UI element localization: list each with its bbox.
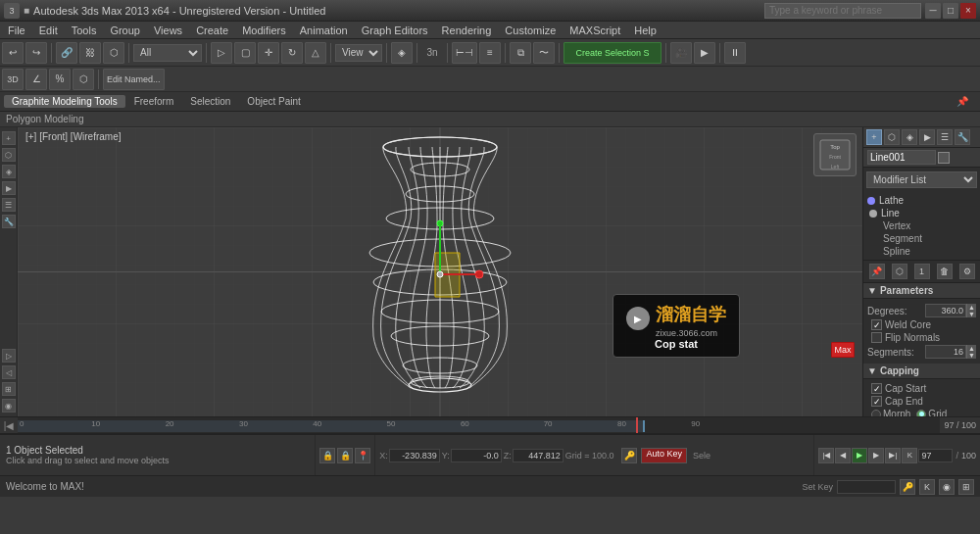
next-frame-btn[interactable]: ▶ <box>868 448 884 463</box>
max-button[interactable]: Max <box>831 342 855 358</box>
layer-btn[interactable]: ⧉ <box>510 42 531 64</box>
morph-option[interactable]: Morph <box>871 409 910 416</box>
menu-modifiers[interactable]: Modifiers <box>236 24 292 37</box>
remove-modifier-btn[interactable]: 🗑 <box>937 264 953 279</box>
segments-down-btn[interactable]: ▼ <box>966 352 976 359</box>
undo-btn[interactable]: ↩ <box>2 42 24 64</box>
modifier-vertex[interactable]: Vertex <box>867 219 976 232</box>
menu-graph-editors[interactable]: Graph Editors <box>356 24 434 37</box>
parameters-header[interactable]: ▼ Parameters <box>863 283 980 299</box>
menu-tools[interactable]: Tools <box>66 24 103 37</box>
coord-display-icon[interactable]: 📍 <box>355 448 370 463</box>
title-search-input[interactable] <box>764 3 921 19</box>
maximize-btn[interactable]: □ <box>943 3 958 19</box>
isolate-btn[interactable]: ◉ <box>939 479 955 495</box>
menu-views[interactable]: Views <box>148 24 188 37</box>
rp-display-tab[interactable]: ☰ <box>937 129 953 145</box>
play-btn[interactable]: ▶ <box>852 448 867 463</box>
st-object-paint[interactable]: Object Paint <box>239 95 308 108</box>
select-region-btn[interactable]: ▢ <box>234 42 256 64</box>
menu-animation[interactable]: Animation <box>294 24 354 37</box>
scale-btn[interactable]: △ <box>305 42 326 64</box>
ls-hier-btn[interactable]: ◈ <box>2 165 16 178</box>
menu-customize[interactable]: Customize <box>499 24 562 37</box>
x-input[interactable] <box>389 449 440 462</box>
key-filters-btn[interactable]: 🔑 <box>900 479 915 495</box>
y-input[interactable] <box>451 449 502 462</box>
rp-motion-tab[interactable]: ▶ <box>919 129 935 145</box>
segments-input[interactable] <box>925 345 966 359</box>
move-btn[interactable]: ✛ <box>258 42 279 64</box>
menu-maxscript[interactable]: MAXScript <box>564 24 626 37</box>
z-input[interactable] <box>513 449 564 462</box>
prev-frame-btn[interactable]: ◀ <box>835 448 851 463</box>
degrees-input[interactable] <box>925 304 966 317</box>
flip-normals-checkbox[interactable] <box>871 332 882 343</box>
minimize-btn[interactable]: ─ <box>925 3 941 19</box>
st-graphite[interactable]: Graphite Modeling Tools <box>4 95 125 108</box>
viewport-select[interactable]: View Screen World <box>335 44 382 62</box>
segments-up-btn[interactable]: ▲ <box>966 345 976 352</box>
redo-btn[interactable]: ↪ <box>25 42 47 64</box>
menu-group[interactable]: Group <box>104 24 146 37</box>
cop-stat-play-btn[interactable]: ▶ <box>626 307 650 330</box>
st-freeform[interactable]: Freeform <box>126 95 182 108</box>
mirror-btn[interactable]: ⊢⊣ <box>452 42 477 64</box>
key-filter-input[interactable] <box>837 480 896 494</box>
cap-end-checkbox[interactable] <box>871 396 882 407</box>
object-name-input[interactable] <box>867 150 936 165</box>
ls-util-btn[interactable]: 🔧 <box>2 215 16 228</box>
tl-go-start-btn[interactable]: |◀ <box>0 420 18 431</box>
use-pivot-btn[interactable]: ◈ <box>391 42 413 64</box>
degrees-up-btn[interactable]: ▲ <box>966 304 976 311</box>
modifier-segment[interactable]: Segment <box>867 232 976 245</box>
make-unique-btn[interactable]: 1 <box>914 264 930 279</box>
key-mode-btn[interactable]: K <box>902 448 917 463</box>
timeline-playhead[interactable] <box>636 417 638 433</box>
go-start-btn[interactable]: |◀ <box>818 448 834 463</box>
st-selection[interactable]: Selection <box>182 95 238 108</box>
curve-btn[interactable]: 〜 <box>533 42 555 64</box>
ls-solo-btn[interactable]: ◉ <box>2 399 16 413</box>
morph-radio[interactable] <box>871 410 881 417</box>
menu-file[interactable]: File <box>2 24 31 37</box>
select-btn[interactable]: ▷ <box>211 42 232 64</box>
st-pin[interactable]: 📌 <box>949 95 976 108</box>
configure-modifier-btn[interactable]: ⚙ <box>959 264 975 279</box>
viewport-controls-btn[interactable]: ⊞ <box>958 479 974 495</box>
key-icon[interactable]: 🔑 <box>621 448 637 463</box>
pin-stack-btn[interactable]: 📌 <box>869 264 885 279</box>
lock-icon[interactable]: 🔒 <box>319 448 335 463</box>
snap-3d-btn[interactable]: 3D <box>2 69 24 90</box>
auto-key-btn[interactable]: Auto Key <box>641 448 687 463</box>
menu-rendering[interactable]: Rendering <box>436 24 498 37</box>
menu-create[interactable]: Create <box>190 24 234 37</box>
weld-core-checkbox[interactable] <box>871 319 882 330</box>
ls-collapse-btn[interactable]: ◁ <box>2 365 16 379</box>
degrees-down-btn[interactable]: ▼ <box>966 311 976 317</box>
toggle-keys-btn[interactable]: K <box>919 479 935 495</box>
cap-start-checkbox[interactable] <box>871 383 882 394</box>
render-frame-btn[interactable]: 🎥 <box>670 42 692 64</box>
menu-help[interactable]: Help <box>628 24 662 37</box>
rp-color-swatch[interactable] <box>938 152 950 164</box>
ls-create-btn[interactable]: + <box>2 131 16 145</box>
rp-hier-tab[interactable]: ◈ <box>902 129 917 145</box>
quick-render-btn[interactable]: ▶ <box>694 42 715 64</box>
anim-modes-btn[interactable]: ⏸ <box>724 42 746 64</box>
show-result-btn[interactable]: ⬡ <box>892 264 907 279</box>
unlink-btn[interactable]: ⛓ <box>79 42 101 64</box>
ls-modify-btn[interactable]: ⬡ <box>2 148 16 162</box>
close-btn[interactable]: × <box>960 3 976 19</box>
frame-input[interactable] <box>918 449 953 462</box>
title-file-menu[interactable]: ■ <box>24 5 29 16</box>
ls-expand-btn[interactable]: ▷ <box>2 349 16 363</box>
timeline-track[interactable]: 0 10 20 30 40 50 60 70 80 90 <box>18 417 940 433</box>
angle-snap-btn[interactable]: ∠ <box>25 69 47 90</box>
selection-filter-dropdown[interactable]: All None Geometry <box>133 44 202 62</box>
rp-create-tab[interactable]: + <box>866 129 882 145</box>
modifier-lathe[interactable]: Lathe <box>867 194 976 207</box>
percent-snap-btn[interactable]: % <box>49 69 71 90</box>
rp-modify-tab[interactable]: ⬡ <box>884 129 900 145</box>
link-btn[interactable]: 🔗 <box>56 42 77 64</box>
